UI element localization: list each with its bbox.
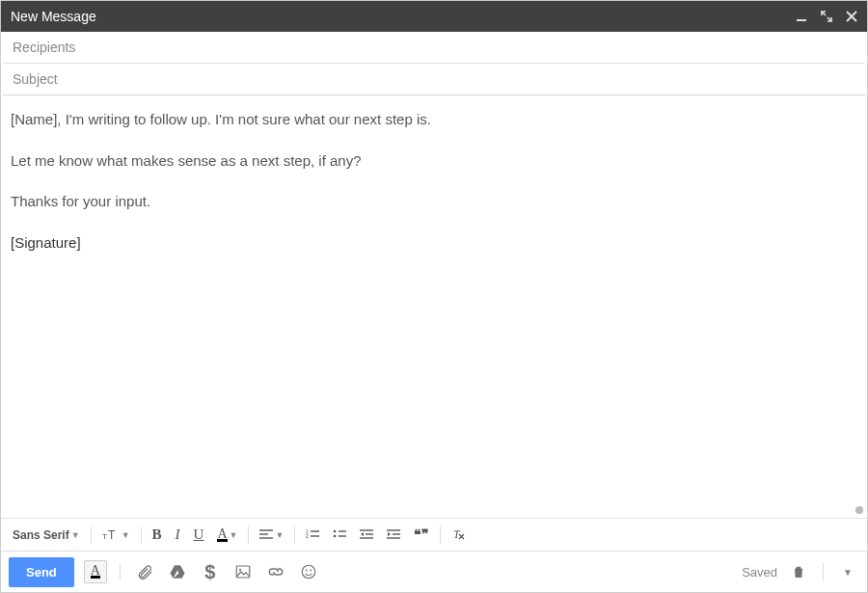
formatting-toolbar: Sans Serif ▼ TT ▼ B I U A ▼ ▼ 12 [1,519,867,552]
chevron-down-icon: ▼ [71,530,80,540]
subject-placeholder: Subject [13,71,58,87]
discard-draft-icon[interactable] [787,560,810,583]
svg-point-14 [334,529,337,532]
svg-point-31 [310,570,312,572]
resize-grip-icon[interactable] [855,506,863,514]
body-paragraph: Let me know what makes sense as a next s… [11,150,857,173]
svg-rect-27 [236,566,250,578]
svg-text:2: 2 [306,533,309,539]
svg-text:T: T [102,532,107,541]
numbered-list-button[interactable]: 12 [300,526,325,545]
recipients-field[interactable]: Recipients [3,32,865,64]
bold-button[interactable]: B [147,523,168,547]
chevron-down-icon: ▼ [275,530,284,540]
separator [248,526,249,544]
svg-point-30 [306,570,308,572]
insert-drive-icon[interactable] [166,560,189,583]
align-button[interactable]: ▼ [254,526,289,545]
window-title: New Message [11,9,796,24]
insert-emoji-icon[interactable] [297,560,320,583]
subject-field[interactable]: Subject [3,64,865,95]
body-signature: [Signature] [11,232,857,255]
compose-window: New Message Recipients Subject [Name], I… [0,0,868,593]
svg-point-15 [334,534,337,537]
separator [141,526,142,544]
titlebar-actions [796,11,857,22]
insert-link-icon[interactable] [264,560,287,583]
body-paragraph: Thanks for your input. [11,191,857,213]
underline-button[interactable]: U [188,523,210,547]
font-family-label: Sans Serif [13,528,69,542]
formatting-toggle-button[interactable]: A [84,560,107,583]
quote-button[interactable]: ❝❞ [408,523,435,547]
insert-photo-icon[interactable] [231,560,255,583]
expand-icon[interactable] [821,11,832,22]
separator [91,526,92,544]
body-paragraph: [Name], I'm writing to follow up. I'm no… [11,109,857,131]
action-bar: Send A $ Saved ▼ [1,552,867,592]
svg-point-29 [302,565,315,579]
text-color-letter: A [217,528,227,542]
font-family-select[interactable]: Sans Serif ▼ [7,525,86,546]
svg-text:T: T [108,528,116,542]
indent-more-button[interactable] [381,526,406,545]
chevron-down-icon: ▼ [230,530,238,540]
separator [823,563,824,580]
remove-formatting-button[interactable]: T [446,525,471,546]
separator [120,563,121,580]
titlebar: New Message [1,1,867,32]
text-color-button[interactable]: A ▼ [211,525,243,546]
minimize-icon[interactable] [796,11,807,22]
action-bar-right: Saved ▼ [742,560,859,583]
insert-money-icon[interactable]: $ [199,560,222,583]
indent-less-button[interactable] [354,526,379,545]
italic-button[interactable]: I [170,523,186,547]
bulleted-list-button[interactable] [327,526,352,545]
close-icon[interactable] [846,11,857,22]
saved-status: Saved [742,565,777,580]
more-options-button[interactable]: ▼ [836,560,859,583]
svg-point-28 [239,569,241,571]
separator [440,526,441,544]
send-button[interactable]: Send [9,557,74,587]
message-body[interactable]: [Name], I'm writing to follow up. I'm no… [1,95,867,519]
font-size-select[interactable]: TT ▼ [96,525,136,546]
recipients-placeholder: Recipients [13,40,75,55]
chevron-down-icon: ▼ [122,530,130,540]
separator [294,526,295,544]
attach-file-icon[interactable] [133,560,156,583]
